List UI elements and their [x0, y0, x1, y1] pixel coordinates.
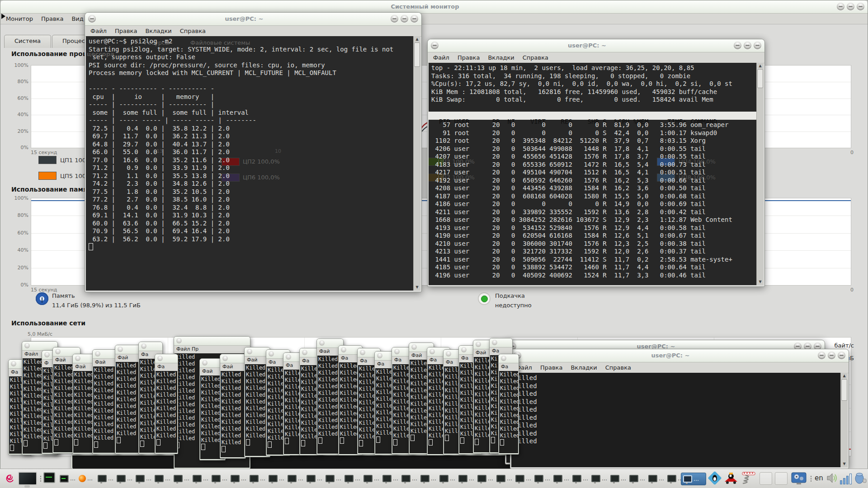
- menu-item[interactable]: Вкладки: [145, 28, 171, 34]
- close-button[interactable]: [410, 15, 418, 23]
- taskbar-window-button[interactable]: …: [495, 473, 514, 484]
- window-menu-button[interactable]: [75, 356, 80, 361]
- sysmon-titlebar[interactable]: Системный монитор: [0, 0, 868, 14]
- window-menu-button[interactable]: [24, 343, 30, 348]
- taskbar[interactable]: ……………………………………………………………………………………… …: [0, 469, 868, 488]
- taskbar-window-button[interactable]: …: [362, 473, 381, 484]
- psilog-terminal-area[interactable]: Ресурсы Файловые системы цессора 13 10 Ц…: [86, 36, 420, 291]
- taskbar-window-button[interactable]: …: [419, 473, 438, 484]
- minimize-button[interactable]: [391, 15, 398, 23]
- window-menu-button[interactable]: [501, 356, 506, 361]
- taskbar-window-button[interactable]: …: [153, 473, 172, 484]
- mini-terminal-area[interactable]: Killed Killed Killed Killed Killed Kille…: [221, 371, 245, 457]
- taskbar-window-button[interactable]: …: [324, 473, 343, 484]
- maximize-button[interactable]: [828, 352, 835, 359]
- killed-scrollbar[interactable]: ▲ ▼: [840, 373, 848, 467]
- menu-item[interactable]: Вкладки: [571, 364, 597, 371]
- terminal-top-window[interactable]: user@PC: ~ ФайлПравкаВкладкиСправка ЦП3 …: [427, 39, 765, 287]
- maximize-button[interactable]: [401, 15, 408, 23]
- taskbar-window-button[interactable]: …: [552, 473, 571, 484]
- menu-item[interactable]: Правка: [458, 54, 480, 61]
- taskbar-window-button[interactable]: …: [248, 473, 267, 484]
- menu-item[interactable]: Справка: [605, 364, 631, 371]
- scroll-up-icon[interactable]: ▲: [414, 36, 420, 42]
- mini-terminal-window[interactable]: ФаKilled Killed Killed Killed Killed Kil…: [498, 354, 519, 455]
- active-window-button[interactable]: …: [681, 473, 706, 485]
- tray-placeholder-1[interactable]: [760, 472, 772, 485]
- video-player-icon[interactable]: [790, 471, 807, 487]
- menu-item[interactable]: Монитор: [6, 15, 33, 22]
- menu-item[interactable]: Правка: [540, 364, 562, 371]
- minimize-button[interactable]: [837, 3, 844, 10]
- tuxkart-game-icon[interactable]: [723, 471, 739, 485]
- mini-titlebar[interactable]: [155, 354, 178, 363]
- scroll-thumb[interactable]: [757, 69, 763, 88]
- taskbar-window-button[interactable]: …: [514, 473, 533, 484]
- window-menu-button[interactable]: [429, 349, 435, 354]
- close-button[interactable]: [838, 352, 845, 359]
- taskbar-window-button[interactable]: …: [286, 473, 305, 484]
- taskbar-window-button[interactable]: …: [267, 473, 286, 484]
- menu-item[interactable]: Правка: [41, 15, 63, 22]
- mini-terminal-window[interactable]: ФаKilled Killed Killed Killed Killed Kil…: [155, 354, 178, 454]
- killed-terminal-area[interactable]: Killed Killed Killed Killed Killed Kille…: [511, 373, 848, 467]
- keyboard-layout-indicator[interactable]: en: [815, 474, 823, 482]
- terminal-launcher-icon[interactable]: [43, 471, 55, 484]
- window-menu-button[interactable]: [360, 350, 365, 355]
- scroll-thumb[interactable]: [414, 42, 420, 67]
- taskbar-window-button[interactable]: …: [381, 473, 400, 484]
- mini-terminal-area[interactable]: Killed Killed Killed Killed Killed Kille…: [156, 371, 177, 453]
- window-menu-button[interactable]: [95, 351, 100, 357]
- window-menu-button[interactable]: [341, 347, 346, 352]
- close-button[interactable]: [754, 42, 761, 49]
- menu-item[interactable]: Вкладки: [488, 54, 514, 61]
- mini-titlebar[interactable]: [490, 338, 512, 347]
- taskbar-window-button[interactable]: …: [438, 473, 457, 484]
- window-menu-button[interactable]: [492, 340, 497, 345]
- window-menu-button[interactable]: [476, 342, 481, 347]
- taskbar-window-button[interactable]: …: [191, 473, 210, 484]
- menu-item[interactable]: Файл: [433, 54, 449, 61]
- scroll-up-icon[interactable]: ▲: [841, 373, 848, 379]
- taskbar-window-button[interactable]: …: [609, 473, 628, 484]
- window-menu-button[interactable]: [302, 350, 307, 355]
- display-launcher-icon[interactable]: [18, 471, 37, 486]
- terminal-psilog-window[interactable]: user@PC: ~ ФайлПравкаВкладкиСправка Ресу…: [85, 12, 422, 292]
- scroll-thumb[interactable]: [841, 379, 847, 401]
- window-menu-button[interactable]: [55, 349, 61, 354]
- window-menu-button[interactable]: [286, 354, 291, 360]
- taskbar-window-button[interactable]: …: [134, 473, 153, 484]
- menu-item[interactable]: Вид: [71, 15, 83, 22]
- top-titlebar[interactable]: user@PC: ~: [428, 39, 764, 52]
- window-menu-button[interactable]: [176, 338, 182, 343]
- window-menu-button[interactable]: [431, 42, 439, 49]
- window-menu-button[interactable]: [157, 356, 163, 361]
- psilog-titlebar[interactable]: user@PC: ~: [85, 13, 421, 26]
- taskbar-window-button[interactable]: …: [646, 473, 666, 484]
- window-menu-button[interactable]: [141, 343, 146, 349]
- close-button[interactable]: [857, 3, 864, 10]
- menu-item[interactable]: Файл: [90, 28, 107, 34]
- minimize-button[interactable]: [734, 42, 741, 49]
- panel-drawer-arrow-icon[interactable]: [1, 14, 5, 19]
- network-signal-icon[interactable]: [840, 474, 852, 484]
- window-menu-button[interactable]: [118, 347, 123, 352]
- window-menu-button[interactable]: [247, 349, 252, 354]
- window-menu-button[interactable]: [411, 344, 417, 350]
- tab-Система[interactable]: Система: [4, 35, 51, 48]
- taskbar-window-button[interactable]: …: [400, 473, 419, 484]
- scroll-down-icon[interactable]: ▼: [841, 461, 848, 467]
- taskbar-window-button[interactable]: …: [533, 473, 552, 484]
- window-menu-button[interactable]: [394, 349, 400, 354]
- maximize-button[interactable]: [744, 42, 751, 49]
- window-menu-button[interactable]: [319, 340, 325, 346]
- taskbar-window-button[interactable]: …: [77, 473, 94, 484]
- menu-item[interactable]: Справка: [523, 54, 548, 61]
- debian-menu-icon[interactable]: [3, 471, 15, 485]
- tray-placeholder-2[interactable]: [775, 472, 788, 485]
- taskbar-window-button[interactable]: …: [590, 473, 609, 484]
- top-terminal-area[interactable]: ЦП3 100,0% ЦП7 100,0% ЦП4 100,0% ЦП8 100…: [429, 63, 764, 285]
- menu-item[interactable]: Правка: [115, 28, 137, 34]
- window-menu-button[interactable]: [461, 347, 467, 352]
- taskbar-window-button[interactable]: …: [305, 473, 324, 484]
